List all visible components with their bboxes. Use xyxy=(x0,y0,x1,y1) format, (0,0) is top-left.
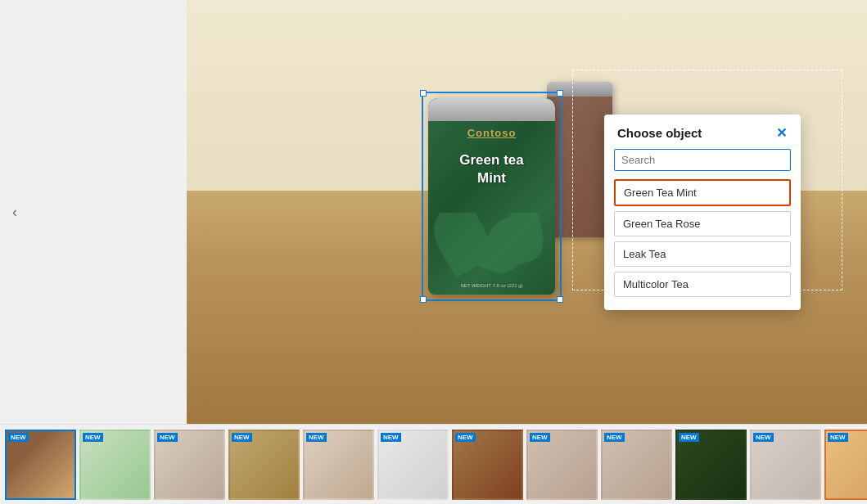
sidebar-collapse-arrow[interactable]: ‹ xyxy=(7,200,23,224)
chevron-left-icon: ‹ xyxy=(12,204,17,221)
thumbnail-new-badge-4: NEW xyxy=(306,433,327,442)
selected-tea-can-container[interactable]: Contoso Green tea Mint NET WEIGHT 7.8 oz… xyxy=(428,98,555,295)
background-tea-can-body xyxy=(547,82,612,237)
left-sidebar: ‹ xyxy=(0,0,187,424)
thumbnail-new-badge-5: NEW xyxy=(381,433,401,442)
can-product-name: Green tea Mint xyxy=(428,151,555,187)
thumbnail-new-badge-9: NEW xyxy=(679,433,699,442)
thumbnail-new-badge-6: NEW xyxy=(455,433,476,442)
dialog-title: Choose object xyxy=(617,126,702,140)
tea-can: Contoso Green tea Mint NET WEIGHT 7.8 oz… xyxy=(428,98,555,295)
thumbnail-new-badge-8: NEW xyxy=(604,433,625,442)
thumbnail-new-badge-1: NEW xyxy=(83,433,103,442)
thumbnail-item-4[interactable]: NEW xyxy=(303,430,374,500)
can-decoration-leaves xyxy=(428,213,555,278)
can-lid xyxy=(428,98,555,121)
thumbnail-new-badge-3: NEW xyxy=(232,433,252,442)
canvas-area: Contoso Green tea Mint NET WEIGHT 7.8 oz… xyxy=(187,0,867,424)
can-brand-label: Contoso xyxy=(428,127,555,139)
can-bottom-label: NET WEIGHT 7.8 oz (221 g) xyxy=(428,283,555,288)
thumbnail-item-9[interactable]: NEW xyxy=(675,430,747,500)
thumbnail-new-badge-7: NEW xyxy=(530,433,550,442)
thumbnail-item-0[interactable]: NEW xyxy=(5,430,76,500)
thumbnail-new-badge-11: NEW xyxy=(828,433,848,442)
choose-object-dialog: Choose object ✕ Green Tea Mint Green Tea… xyxy=(604,115,801,310)
thumbnail-item-1[interactable]: NEW xyxy=(79,430,151,500)
dialog-item-list: Green Tea Mint Green Tea Rose Leak Tea M… xyxy=(614,179,791,302)
thumbnail-item-6[interactable]: NEW xyxy=(452,430,523,500)
thumbnail-new-badge-2: NEW xyxy=(157,433,178,442)
thumbnail-item-7[interactable]: NEW xyxy=(526,430,598,500)
thumbnail-item-8[interactable]: NEW xyxy=(601,430,672,500)
dialog-header: Choose object ✕ xyxy=(604,115,801,149)
dialog-item-leak-tea[interactable]: Leak Tea xyxy=(614,241,791,267)
dialog-item-green-tea-mint[interactable]: Green Tea Mint xyxy=(614,179,791,206)
thumbnail-item-2[interactable]: NEW xyxy=(154,430,225,500)
thumbnail-new-badge-10: NEW xyxy=(753,433,774,442)
thumbnail-item-5[interactable]: NEW xyxy=(377,430,449,500)
thumbnail-item-11[interactable]: NEW xyxy=(824,430,867,500)
dialog-search-area xyxy=(614,149,791,171)
dialog-item-green-tea-rose[interactable]: Green Tea Rose xyxy=(614,211,791,236)
dialog-search-input[interactable] xyxy=(614,149,791,171)
thumbnail-item-3[interactable]: NEW xyxy=(228,430,300,500)
thumbnail-item-10[interactable]: NEW xyxy=(750,430,821,500)
dialog-item-multicolor-tea[interactable]: Multicolor Tea xyxy=(614,272,791,297)
thumbnail-new-badge-0: NEW xyxy=(8,433,29,442)
dialog-close-button[interactable]: ✕ xyxy=(773,124,789,141)
background-tea-can[interactable] xyxy=(547,82,612,237)
background-tea-can-lid xyxy=(547,82,612,97)
thumbnail-strip: NEW NEW NEW NEW NEW NEW NEW NEW NEW NEW … xyxy=(0,424,867,504)
